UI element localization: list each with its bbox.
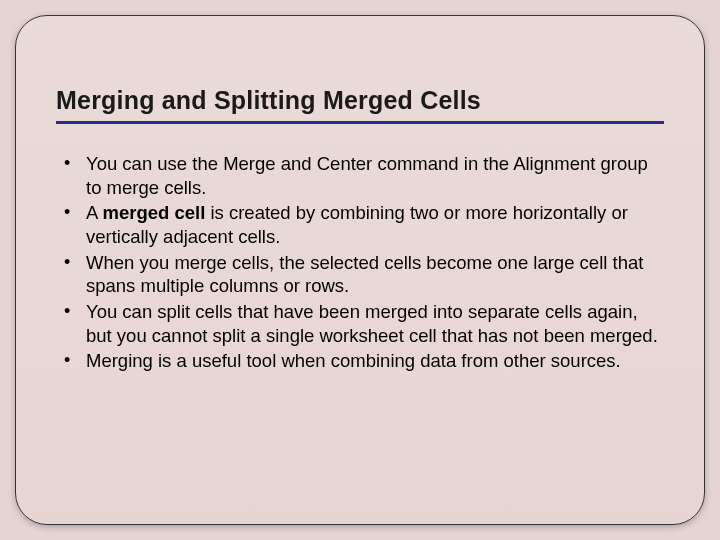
bullet-list: You can use the Merge and Center command… <box>56 152 664 373</box>
slide-card: Merging and Splitting Merged Cells You c… <box>15 15 705 525</box>
list-item: Merging is a useful tool when combining … <box>60 349 664 373</box>
bullet-text: When you merge cells, the selected cells… <box>86 252 643 297</box>
bullet-text: A <box>86 202 102 223</box>
list-item: You can use the Merge and Center command… <box>60 152 664 199</box>
bullet-text: You can use the Merge and Center command… <box>86 153 648 198</box>
bullet-text: Merging is a useful tool when combining … <box>86 350 621 371</box>
list-item: When you merge cells, the selected cells… <box>60 251 664 298</box>
list-item: A merged cell is created by combining tw… <box>60 201 664 248</box>
bullet-bold: merged cell <box>102 202 205 223</box>
list-item: You can split cells that have been merge… <box>60 300 664 347</box>
bullet-text: You can split cells that have been merge… <box>86 301 658 346</box>
slide-title: Merging and Splitting Merged Cells <box>56 86 664 124</box>
